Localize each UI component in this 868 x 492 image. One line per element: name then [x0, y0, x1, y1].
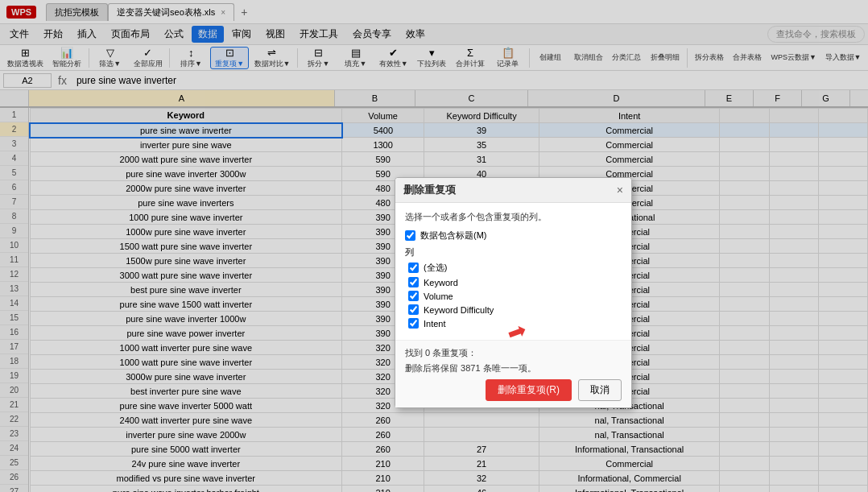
header-checkbox-label: 数据包含标题(M): [420, 229, 487, 242]
delete-duplicates-button[interactable]: 删除重复项(R): [486, 379, 572, 401]
col-keyword-checkbox[interactable]: [408, 277, 419, 287]
dialog-title: 删除重复项: [403, 183, 456, 197]
dialog-footer: 找到 0 条重复项： 删除后将保留 3871 条唯一一项。 删除重复项(R) 取…: [395, 340, 631, 407]
col-volume-checkbox[interactable]: [408, 291, 419, 301]
cancel-button[interactable]: 取消: [578, 379, 622, 401]
header-checkbox[interactable]: [405, 230, 415, 241]
duplicate-dialog: 删除重复项 × 选择一个或者多个包含重复项的列。 数据包含标题(M) 列 (全选…: [395, 177, 632, 408]
dialog-title-bar: 删除重复项 ×: [395, 178, 631, 203]
dialog-summary: 找到 0 条重复项：: [405, 347, 622, 359]
col-check-volume[interactable]: Volume: [408, 291, 622, 301]
dialog-description: 选择一个或者多个包含重复项的列。: [405, 211, 622, 223]
col-all-checkbox[interactable]: [408, 263, 419, 273]
col-check-difficulty[interactable]: Keyword Difficulty: [408, 304, 622, 315]
dialog-header-checkbox-row: 数据包含标题(M): [405, 229, 622, 242]
dialog-overlay: 删除重复项 × 选择一个或者多个包含重复项的列。 数据包含标题(M) 列 (全选…: [0, 0, 868, 492]
col-check-all[interactable]: (全选): [408, 262, 622, 274]
dialog-buttons: 删除重复项(R) 取消: [405, 379, 622, 401]
columns-section-label: 列: [405, 246, 622, 258]
dialog-close-button[interactable]: ×: [617, 184, 623, 196]
col-difficulty-checkbox[interactable]: [408, 304, 419, 315]
col-intent-checkbox[interactable]: [408, 318, 419, 329]
dialog-keep-info: 删除后将保留 3871 条唯一一项。: [405, 362, 622, 374]
col-check-keyword[interactable]: Keyword: [408, 277, 622, 287]
